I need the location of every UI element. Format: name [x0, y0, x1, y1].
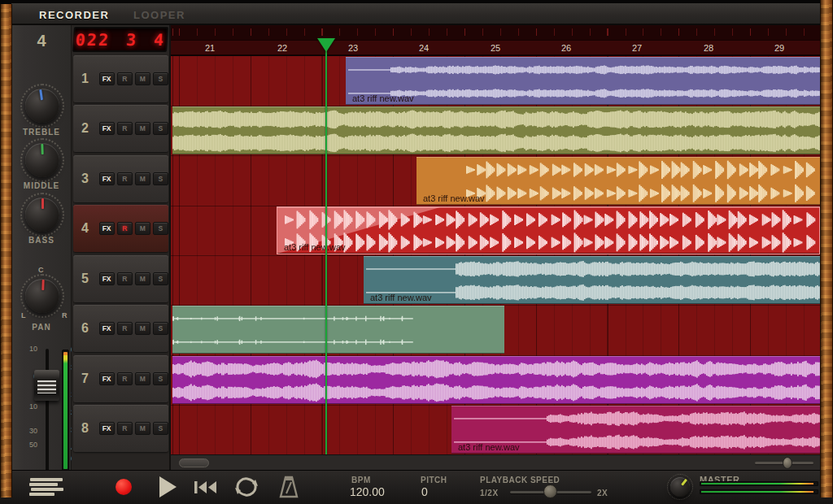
- track-header-2[interactable]: 2 FX R M S: [73, 105, 168, 152]
- volume-fader-track[interactable]: [46, 349, 49, 474]
- wood-rail-right: [820, 0, 833, 497]
- mute-button[interactable]: M: [135, 272, 150, 285]
- mute-button[interactable]: M: [135, 122, 150, 135]
- bar-number: 27: [627, 43, 647, 53]
- mute-button[interactable]: M: [135, 222, 150, 235]
- pitch-label: PITCH: [421, 476, 447, 484]
- bass-knob[interactable]: [20, 193, 64, 237]
- pan-knob[interactable]: [20, 274, 64, 318]
- track-header-7[interactable]: 7 FX R M S: [73, 355, 168, 402]
- top-tab-bar: RECORDER LOOPER: [11, 3, 820, 25]
- middle-knob[interactable]: [20, 138, 64, 182]
- solo-button[interactable]: S: [153, 122, 168, 135]
- fx-button[interactable]: FX: [99, 422, 115, 435]
- solo-button[interactable]: S: [153, 422, 168, 435]
- fx-button[interactable]: FX: [99, 372, 115, 385]
- track-number: 5: [81, 272, 93, 286]
- solo-button[interactable]: S: [153, 172, 168, 185]
- track-number: 6: [81, 321, 93, 336]
- fx-button[interactable]: FX: [99, 222, 115, 235]
- record-arm-button[interactable]: R: [117, 72, 133, 85]
- fader-scale-minus50: 50: [18, 441, 37, 449]
- fader-scale-10: 10: [18, 345, 37, 353]
- audio-clip-track4-selected[interactable]: at3 riff new.wav: [277, 206, 820, 254]
- lane-divider: [171, 155, 820, 156]
- master-meter-left: [700, 481, 818, 486]
- solo-button[interactable]: S: [153, 272, 168, 285]
- fx-button[interactable]: FX: [99, 322, 115, 335]
- ruler-bar-numbers[interactable]: 21 22 23 24 25 26 27 28 29: [171, 40, 820, 55]
- track-header-6[interactable]: 6 FX R M S: [73, 305, 168, 352]
- fx-button[interactable]: FX: [99, 72, 115, 85]
- track-header-3[interactable]: 3 FX R M S: [73, 155, 168, 202]
- bpm-value[interactable]: 120.00: [350, 485, 385, 498]
- audio-clip-track2[interactable]: [172, 106, 820, 154]
- mute-button[interactable]: M: [135, 72, 150, 85]
- mute-button[interactable]: M: [135, 372, 150, 385]
- playhead-line: [325, 41, 327, 454]
- ruler-ticks: [171, 28, 820, 36]
- bpm-label: BPM: [351, 476, 371, 484]
- meter-fill: [701, 491, 813, 493]
- position-led-display: 022 3 4: [72, 27, 168, 52]
- audio-clip-track5[interactable]: at3 riff new.wav: [364, 256, 820, 304]
- record-arm-button[interactable]: R: [117, 172, 133, 185]
- track-lanes[interactable]: at3 riff new.wav at3 riff new.wav at3 ri…: [171, 56, 820, 454]
- track-header-8[interactable]: 8 FX R M S: [73, 405, 168, 452]
- scrollbar-thumb[interactable]: [179, 458, 209, 467]
- record-arm-button[interactable]: R: [117, 322, 133, 335]
- metronome-button[interactable]: [279, 476, 299, 502]
- master-volume-knob[interactable]: [667, 474, 693, 500]
- track-header-1[interactable]: 1 FX R M S: [73, 55, 168, 102]
- record-button[interactable]: [116, 479, 132, 495]
- fx-button[interactable]: FX: [99, 122, 115, 135]
- solo-button[interactable]: S: [153, 322, 168, 335]
- volume-fader-handle[interactable]: [34, 370, 59, 401]
- audio-clip-track3[interactable]: at3 riff new.wav: [416, 157, 820, 205]
- clip-filename: at3 riff new.wav: [458, 442, 520, 452]
- clip-filename: at3 riff new.wav: [352, 93, 414, 103]
- timeline-scrollbar[interactable]: [171, 454, 820, 470]
- channel-strip: 4 TREBLE MIDDLE BASS C L R PAN 10: [11, 25, 72, 470]
- record-arm-button[interactable]: R: [117, 372, 133, 385]
- fx-button[interactable]: FX: [99, 272, 115, 285]
- audio-clip-track6[interactable]: [172, 306, 504, 354]
- play-button[interactable]: [159, 476, 177, 497]
- playhead-marker[interactable]: [317, 38, 335, 52]
- solo-button[interactable]: S: [153, 72, 168, 85]
- tab-looper[interactable]: LOOPER: [133, 9, 185, 21]
- solo-button[interactable]: S: [153, 222, 168, 235]
- middle-label: MIDDLE: [11, 181, 72, 190]
- record-arm-button[interactable]: R: [117, 422, 133, 435]
- menu-button[interactable]: [29, 478, 63, 497]
- master-meter-right: [700, 489, 818, 494]
- track-header-5[interactable]: 5 FX R M S: [73, 255, 168, 302]
- mute-button[interactable]: M: [135, 172, 150, 185]
- audio-clip-track8[interactable]: at3 riff new.wav: [451, 406, 820, 454]
- zoom-slider-knob[interactable]: [783, 457, 792, 469]
- audio-clip-track7[interactable]: [172, 356, 820, 404]
- record-arm-button[interactable]: R: [117, 222, 133, 235]
- rewind-to-start-icon: [194, 480, 217, 494]
- record-arm-button[interactable]: R: [117, 122, 133, 135]
- track-header-4[interactable]: 4 FX R M S: [73, 205, 168, 252]
- loop-button[interactable]: [233, 476, 260, 502]
- treble-knob[interactable]: [20, 84, 64, 128]
- fader-scale-minus30: 30: [18, 427, 37, 435]
- pan-right-mark: R: [62, 311, 68, 319]
- record-arm-button[interactable]: R: [117, 272, 133, 285]
- rewind-button[interactable]: [194, 480, 217, 497]
- pan-label: PAN: [11, 323, 72, 332]
- pitch-value[interactable]: 0: [421, 485, 428, 498]
- tab-recorder[interactable]: RECORDER: [39, 9, 109, 21]
- waveform: [346, 57, 820, 105]
- mute-button[interactable]: M: [135, 422, 150, 435]
- mute-button[interactable]: M: [135, 322, 150, 335]
- solo-button[interactable]: S: [153, 372, 168, 385]
- audio-clip-track1[interactable]: at3 riff new.wav: [346, 57, 820, 105]
- knob-pointer: [41, 198, 44, 209]
- ruler-tick-strip[interactable]: [171, 25, 820, 40]
- speed-max-label: 2X: [597, 489, 608, 497]
- fx-button[interactable]: FX: [99, 172, 115, 185]
- speed-slider-knob[interactable]: [543, 484, 557, 498]
